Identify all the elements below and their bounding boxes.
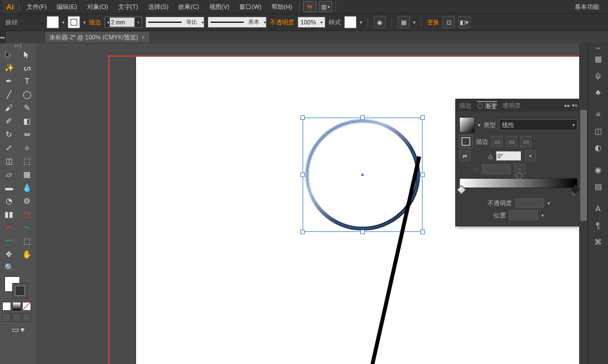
dropdown-icon[interactable]: ▾ [62,20,64,25]
menu-edit[interactable]: 编辑(E) [52,0,82,13]
hand-tool[interactable]: ～ [18,221,37,234]
stroke-apply-3[interactable]: ▭ [520,136,531,147]
color-mode-normal[interactable] [2,302,11,311]
paintbrush-tool[interactable]: 🖌 [0,101,18,114]
glyphs-panel-icon[interactable]: ⌘ [591,235,605,249]
panel-expand-icon[interactable]: ▸▸ ▾≡ [565,103,577,108]
menu-window[interactable]: 窗口(W) [234,0,267,13]
mesh-tool[interactable]: ▦ [18,168,37,181]
color-mode-none[interactable] [22,302,31,311]
menu-effect[interactable]: 效果(C) [173,0,204,13]
gradient-fill-stroke-toggle[interactable] [459,135,473,148]
blob-brush-tool[interactable]: ✐ [0,114,18,128]
blend-tool[interactable]: ◔ [0,194,18,208]
handle-top-right[interactable] [420,115,425,120]
gradient-type-dropdown[interactable]: 线性▾ [499,119,577,130]
stroke-weight-field[interactable] [109,17,135,27]
crop-tool[interactable]: ⬚ [18,234,37,247]
selection-tool[interactable] [0,48,18,61]
eyedropper-tool[interactable]: 💧 [18,181,37,194]
gradient-preview[interactable] [459,117,475,133]
document-tab[interactable]: 未标题-2* @ 100% (CMYK/预览) × [44,31,150,43]
workspace-switcher[interactable]: 基本功能 [569,3,605,11]
color-panel-icon[interactable]: ◉ [591,163,605,176]
zoom-tool[interactable]: 🔍 [0,261,18,274]
menu-file[interactable]: 文件(F) [22,0,52,13]
handle-top[interactable] [360,115,365,120]
gradient-panel[interactable]: 描边 ◇ 渐变 透明度 ▸▸ ▾≡ ▾ 类型 线性▾ 描边 ▭ ▭ ▭ [455,99,581,226]
paragraph-panel-icon[interactable]: ¶ [591,219,605,232]
gradient-position-input[interactable] [509,210,538,220]
reflect-tool[interactable]: ⇔ [18,128,37,141]
swatches-panel-icon[interactable]: ▤ [591,180,605,193]
menu-help[interactable]: 帮助(H) [267,0,297,13]
screen-mode-button[interactable]: ▭ ▾ [0,323,36,336]
screen-mode-full[interactable] [12,313,21,322]
stroke-profile2[interactable]: 基本▾ [208,17,267,28]
symbol-sprayer-tool[interactable]: ⚙ [18,194,37,208]
isolate-icon[interactable]: ⊡ [443,16,455,28]
menu-view[interactable]: 视图(V) [204,0,235,13]
handle-top-left[interactable] [300,115,305,120]
stroke-apply-2[interactable]: ▭ [506,136,517,147]
grid-icon[interactable]: ▦ [591,52,605,65]
app-logo[interactable]: Ai [3,0,17,13]
symbols-icon[interactable]: ♣ [591,85,605,99]
scrollbar-thumb[interactable] [580,110,587,221]
dropdown-icon[interactable]: ▾ [83,20,86,25]
panel-grabber[interactable]: ◂◂ ┃ [0,43,36,48]
type-tool[interactable]: T [18,74,37,88]
stroke-weight-input[interactable]: ♦▾ [104,17,142,28]
transform-label[interactable]: 变换 [427,18,439,27]
collapse-right-icon[interactable]: ◂◂ [596,46,600,50]
pen-tool[interactable]: ✒ [0,74,18,88]
stroke-color[interactable] [12,283,28,299]
opacity-label[interactable]: 不透明度 [270,18,294,27]
line-shape[interactable] [358,156,469,364]
graphic-style-swatch[interactable] [344,16,356,28]
menu-text[interactable]: 文字(T) [113,0,143,13]
perspective-tool[interactable]: ▱ [0,168,18,181]
reverse-gradient-icon[interactable]: ⇄ [459,150,470,161]
panel-tab-transparency[interactable]: 透明度 [503,102,521,110]
character-panel-icon[interactable]: A [591,202,605,215]
rotate-tool[interactable]: ↻ [0,128,18,141]
scale-tool[interactable]: ⤢ [0,141,18,154]
handle-bottom-left[interactable] [300,230,305,234]
fill-stroke-indicator[interactable] [0,274,36,301]
gradient-panel-icon[interactable]: ◫ [591,124,605,138]
arrange-button[interactable]: ▥▾ [319,1,332,12]
magic-wand-tool[interactable]: ✨ [0,61,18,74]
screen-mode-normal[interactable] [2,313,11,322]
pencil-tool[interactable]: ✎ [18,101,37,114]
path-tool[interactable]: 〰 [0,234,18,247]
angle-dropdown[interactable]: ▾ [525,150,536,161]
opacity-input[interactable]: 100%▾ [298,17,325,28]
bridge-button[interactable]: Br [303,1,316,12]
column-graph-tool[interactable]: ▮▮ [0,208,18,221]
collapse-left-icon[interactable]: ▸▸ [0,31,6,43]
gradient-angle-input[interactable] [496,151,521,161]
gradient-slider[interactable] [459,178,577,188]
eraser-tool[interactable]: ◧ [18,114,37,128]
screen-mode-pres[interactable] [22,313,31,322]
width-tool[interactable]: ⟡ [18,141,37,154]
stroke-panel-icon[interactable]: ≡ [591,108,605,121]
align-icon[interactable]: ▦ [398,16,410,28]
shape-builder-tool[interactable]: ⬚ [18,154,37,168]
stroke-apply-1[interactable]: ▭ [491,136,503,147]
ellipse-tool[interactable]: ◯ [18,88,37,101]
hand-tool2[interactable]: ✋ [18,247,37,261]
panel-tab-stroke[interactable]: 描边 [459,102,471,110]
stroke-swatch[interactable] [68,16,80,28]
fill-swatch[interactable] [47,16,59,28]
gradient-opacity-input[interactable] [515,198,544,208]
brushes-icon[interactable]: ψ [591,69,605,82]
free-transform-tool[interactable]: ◫ [0,154,18,168]
move-tool[interactable]: ✥ [0,247,18,261]
vertical-scrollbar[interactable] [579,43,588,364]
menu-select[interactable]: 选择(S) [143,0,174,13]
stroke-label[interactable]: 描边 [89,18,101,27]
group-select-icon[interactable]: ◧▾ [458,16,470,28]
gradient-tool[interactable]: ▬ [0,181,18,194]
